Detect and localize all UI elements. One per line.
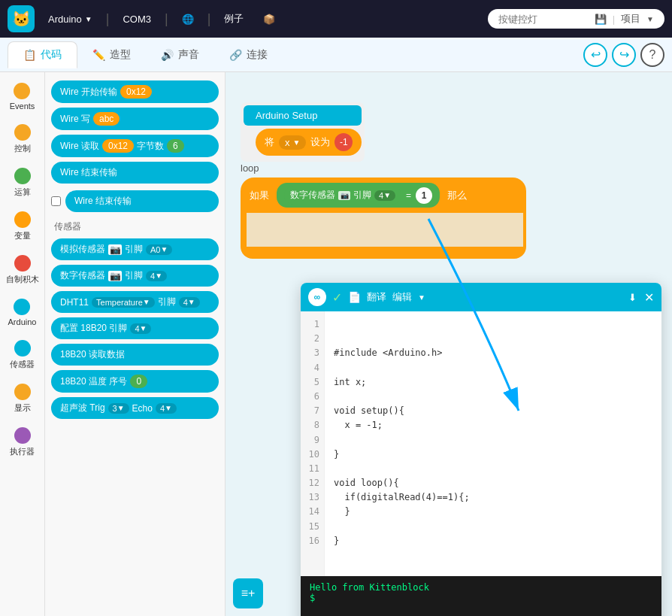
package-btn[interactable]: 📦 [257, 11, 281, 28]
digital-pin-dropdown[interactable]: 4 ▼ [146, 271, 167, 281]
digital-sensor-block[interactable]: 数字传感器 📷 引脚 4 ▼ [51, 265, 219, 287]
ultrasonic-echo-dropdown[interactable]: 4 ▼ [156, 403, 177, 414]
wire-end2-checkbox[interactable] [51, 196, 61, 206]
search-input[interactable] [498, 14, 589, 25]
analog-sensor-label: 模拟传感器 [60, 243, 105, 256]
port-label[interactable]: COM3 [117, 11, 157, 28]
cond-pin-dropdown[interactable]: 4 ▼ [374, 190, 395, 201]
cond-pin-label: 引脚 [353, 189, 371, 202]
var-name-dropdown[interactable]: x ▼ [279, 135, 306, 150]
sidebar-item-actuator[interactable]: 执行器 [7, 424, 38, 460]
code-body: 12345678910111213141516 #include <Arduin… [301, 311, 661, 576]
blocks-panel: Wire 开始传输 0x12 Wire 写 abc Wire 读取 0x12 字… [45, 72, 226, 616]
shape-tab-icon: ✏️ [92, 49, 105, 61]
navbar: 🐱 Arduino ▼ | COM3 | 🌐 | 例子 📦 💾 | 项目 ▼ [0, 0, 672, 38]
config18b20-dropdown[interactable]: 4 ▼ [130, 323, 151, 334]
sound-tab-label: 声音 [178, 48, 199, 62]
arduino-dropdown-icon: ▼ [85, 15, 92, 23]
assign-block[interactable]: 将 x ▼ 设为 -1 [256, 129, 362, 156]
sound-tab-icon: 🔊 [161, 49, 174, 61]
digital-sensor-label: 数字传感器 [60, 269, 105, 282]
sensor-label: 传感器 [10, 359, 35, 370]
config18b20-label: 配置 18B20 引脚 [60, 322, 127, 335]
sidebar-item-display[interactable]: 显示 [11, 381, 34, 417]
ultrasonic-echo-label: Echo [132, 403, 153, 414]
undo-button[interactable]: ↩ [583, 43, 607, 67]
temp18b20-label: 18B20 温度 序号 [60, 375, 127, 388]
analog-pin-dropdown[interactable]: A0 ▼ [146, 244, 172, 255]
analog-pin-label: 引脚 [125, 243, 143, 256]
dht11-block[interactable]: DHT11 Temperature ▼ 引脚 4 ▼ [51, 291, 219, 313]
tabbar: 📋 代码 ✏️ 造型 🔊 声音 🔗 连接 ↩ ↪ ? [0, 38, 672, 72]
sidebar-item-events[interactable]: Events [7, 80, 38, 114]
globe-btn[interactable]: 🌐 [176, 11, 200, 28]
sensor-section-label: 传感器 [54, 220, 219, 233]
wire-end2-block[interactable]: Wire 结束传输 [65, 190, 219, 212]
ultrasonic-block[interactable]: 超声波 Trig 3 ▼ Echo 4 ▼ [51, 397, 219, 419]
translate-label[interactable]: 翻译 [367, 290, 386, 304]
arduino-menu[interactable]: Arduino ▼ [42, 11, 98, 28]
wire-start-label: Wire 开始传输 [60, 86, 117, 99]
sensor-dot [14, 340, 31, 357]
edit-label[interactable]: 编辑 [392, 290, 412, 304]
redo-button[interactable]: ↪ [612, 43, 636, 67]
arduino-setup-block[interactable]: Arduino Setup 将 x ▼ 设为 -1 [241, 102, 365, 162]
sidebar-item-arduino[interactable]: Arduino [5, 296, 40, 329]
if-block[interactable]: 如果 数字传感器 📷 引脚 4 ▼ = 1 [241, 178, 526, 259]
code-header: ∞ ✓ 📄 翻译 编辑 ▼ ⬇ ✕ [301, 283, 661, 311]
search-bar[interactable]: 💾 | 项目 ▼ [488, 9, 664, 29]
analog-icon: 📷 [108, 244, 122, 255]
set-label: 设为 [310, 135, 330, 149]
digital-sensor-condition[interactable]: 数字传感器 📷 引脚 4 ▼ [284, 186, 401, 205]
help-button[interactable]: ? [640, 43, 664, 67]
package-icon: 📦 [263, 14, 275, 25]
tab-sound[interactable]: 🔊 声音 [146, 42, 214, 68]
connect-tab-icon: 🔗 [229, 49, 242, 61]
sidebar-item-math[interactable]: 运算 [11, 165, 34, 201]
code-content[interactable]: #include <Arduino.h> int x; void setup()… [325, 311, 661, 576]
if-label: 如果 [250, 189, 269, 202]
terminal-line1: Hello from Kittenblock [310, 582, 652, 593]
wire-read-block[interactable]: Wire 读取 0x12 字节数 6 [51, 135, 219, 157]
analog-sensor-block[interactable]: 模拟传感器 📷 引脚 A0 ▼ [51, 238, 219, 260]
read18b20-label: 18B20 读取数据 [60, 348, 125, 361]
examples-btn[interactable]: 例子 [218, 9, 250, 29]
app-logo[interactable]: 🐱 [8, 5, 35, 32]
sidebar-item-sensor[interactable]: 传感器 [7, 337, 38, 373]
sensor-icon-cond: 📷 [338, 191, 350, 200]
tab-shape[interactable]: ✏️ 造型 [77, 42, 146, 68]
wire-end-block[interactable]: Wire 结束传输 [51, 162, 219, 184]
sidebar-item-control[interactable]: 控制 [11, 121, 34, 157]
display-dot [14, 384, 31, 400]
wire-write-block[interactable]: Wire 写 abc [51, 108, 219, 130]
download-icon[interactable]: ⬇ [628, 292, 637, 303]
translate-icon: 📄 [348, 291, 361, 303]
main-content: Events 控制 运算 变量 自制积木 Arduino 传感器 显示 [0, 72, 672, 616]
close-button[interactable]: ✕ [644, 290, 654, 305]
assign-label: 将 [265, 135, 274, 149]
code-header-right: ⬇ ✕ [628, 290, 654, 305]
read18b20-block[interactable]: 18B20 读取数据 [51, 344, 219, 366]
workspace: Arduino Setup 将 x ▼ 设为 -1 loop 如果 [226, 72, 672, 616]
temp18b20-block[interactable]: 18B20 温度 序号 0 [51, 370, 219, 393]
wire-start-val: 0x12 [120, 85, 152, 99]
sidebar-item-variables[interactable]: 变量 [11, 208, 34, 244]
bottom-action-button[interactable]: ≡+ [233, 578, 263, 608]
shape-tab-label: 造型 [110, 48, 131, 62]
temp18b20-val: 0 [130, 375, 147, 388]
sidebar-item-custom[interactable]: 自制积木 [3, 252, 42, 288]
project-dropdown-icon: ▼ [646, 15, 654, 23]
wire-start-block[interactable]: Wire 开始传输 0x12 [51, 80, 219, 103]
arduino-dot [14, 299, 30, 315]
check-icon: ✓ [332, 290, 342, 305]
sep3: | [207, 11, 211, 27]
connect-tab-label: 连接 [247, 48, 268, 62]
digital-pin-label: 引脚 [125, 269, 143, 282]
tab-code[interactable]: 📋 代码 [8, 41, 77, 68]
config18b20-block[interactable]: 配置 18B20 引脚 4 ▼ [51, 317, 219, 339]
code-tab-label: 代码 [41, 48, 62, 62]
dht11-type-dropdown[interactable]: Temperature ▼ [92, 297, 155, 308]
dht11-pin-dropdown[interactable]: 4 ▼ [179, 297, 200, 308]
tab-connect[interactable]: 🔗 连接 [214, 42, 283, 68]
ultrasonic-trig-dropdown[interactable]: 3 ▼ [108, 403, 129, 414]
